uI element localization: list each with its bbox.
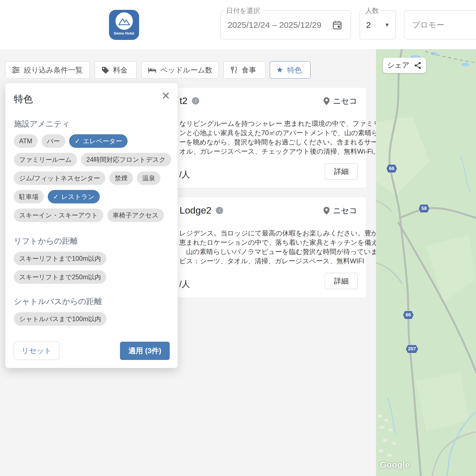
promo-field-text: プロモー bbox=[412, 20, 444, 30]
date-field-value: 2025/12/24 – 2025/12/29 bbox=[228, 20, 321, 30]
chip-row: 駐車場 ✓ レストラン bbox=[14, 190, 171, 203]
card-title-row: Lodge2 i bbox=[180, 205, 223, 216]
price-filter-button[interactable]: 料金 bbox=[95, 61, 137, 79]
location-label: ニセコ bbox=[333, 96, 357, 106]
property-description: なリビングルームを持つシャレー 恵まれた環境の中で、ファミリ ンと心地よい家具を… bbox=[179, 119, 380, 156]
chip-row: ATM バー ✓ エレベーター bbox=[14, 134, 171, 148]
chip-label: 駐車場 bbox=[19, 192, 38, 201]
chip-elevator[interactable]: ✓ エレベーター bbox=[69, 134, 127, 148]
description-line: ビス：シーツ、タオル、清掃、ガレージスペース、無料WIFI bbox=[179, 256, 378, 266]
shuttle-distance-heading: シャトルバスからの距離 bbox=[14, 296, 102, 307]
route-number: 66 bbox=[389, 166, 395, 171]
chip-label: バー bbox=[47, 137, 60, 146]
bed-icon bbox=[148, 66, 157, 74]
chip-row: スキーリフトまで250m以内 bbox=[14, 270, 171, 284]
property-description: レジデンス。当ロッジにて最高の休暇をお楽しみください。豊か 恵まれたロケーション… bbox=[179, 228, 378, 266]
filter-list-label: 絞り込み条件一覧 bbox=[24, 65, 83, 75]
chip-front-desk-24h[interactable]: 24時間対応フロントデスク bbox=[81, 153, 171, 166]
map-pin-icon bbox=[323, 97, 330, 106]
description-line: レジデンス。当ロッジにて最高の休暇をお楽しみください。豊か bbox=[179, 228, 378, 238]
map[interactable]: 66 58 66 207 シェア Google bbox=[376, 49, 476, 476]
chip-label: 禁煙 bbox=[115, 174, 128, 183]
features-filter-button[interactable]: ★ 特色 bbox=[270, 61, 310, 79]
sliders-icon bbox=[12, 66, 20, 74]
reset-button[interactable]: リセット bbox=[14, 342, 59, 360]
chip-label: シャトルバスまで100m以内 bbox=[19, 315, 101, 323]
guests-field-label: 人数 bbox=[363, 6, 381, 15]
chip-no-smoking[interactable]: 禁煙 bbox=[109, 171, 133, 185]
utensils-icon bbox=[230, 66, 238, 74]
bedrooms-filter-button[interactable]: ベッドルーム数 bbox=[141, 61, 219, 79]
mountain-logo-icon bbox=[115, 12, 133, 30]
card-title-row: t2 i bbox=[180, 95, 199, 106]
property-location: ニセコ bbox=[323, 205, 357, 216]
date-field-label: 日付を選択 bbox=[224, 6, 262, 15]
chip-ski-in-ski-out[interactable]: スキーイン・スキーアウト bbox=[14, 208, 103, 222]
chip-atm[interactable]: ATM bbox=[14, 134, 38, 148]
chip-lift-100m[interactable]: スキーリフトまで100m以内 bbox=[14, 252, 106, 265]
chip-row: ジム/フィットネスセンター 禁煙 温泉 bbox=[14, 171, 171, 185]
description-line: 恵まれたロケーションの中で、落ち着いた家具とキッチンを備え bbox=[179, 238, 378, 247]
property-title: t2 bbox=[180, 95, 187, 106]
chip-gym[interactable]: ジム/フィットネスセンター bbox=[14, 171, 105, 185]
route-number: 58 bbox=[421, 206, 427, 211]
shuttle-distance-chip-group: シャトルバスまで100m以内 bbox=[14, 312, 171, 331]
chip-label: スキーリフトまで100m以内 bbox=[19, 254, 101, 263]
page: Demo Hotel 日付を選択 2025/12/24 – 2025/12/29… bbox=[0, 0, 476, 476]
promo-code-field[interactable]: プロモー bbox=[404, 10, 476, 39]
price-filter-label: 料金 bbox=[113, 65, 128, 75]
description-line: なリビングルームを持つシャレー 恵まれた環境の中で、ファミリ bbox=[179, 119, 380, 128]
chip-lift-250m[interactable]: スキーリフトまで250m以内 bbox=[14, 270, 106, 284]
chip-label: スキーリフトまで250m以内 bbox=[19, 273, 101, 282]
chip-label: ファミリールーム bbox=[19, 155, 72, 164]
chip-restaurant[interactable]: ✓ レストラン bbox=[48, 190, 100, 203]
share-icon bbox=[414, 62, 422, 69]
check-icon: ✓ bbox=[74, 137, 80, 145]
features-filter-popup: 特色 ✕ 施設アメニティ ATM バー ✓ エレベーター ファミリールーム bbox=[5, 83, 178, 368]
chip-label: スキーイン・スキーアウト bbox=[19, 211, 98, 220]
share-label: シェア bbox=[387, 60, 410, 70]
lift-distance-chip-group: スキーリフトまで100m以内 スキーリフトまで250m以内 bbox=[14, 252, 171, 289]
description-line: ンと心地よい家具を設えた70㎡のアパートメントで、山の素晴ら bbox=[179, 128, 380, 137]
details-button[interactable]: 詳細 bbox=[325, 163, 358, 180]
share-button[interactable]: シェア bbox=[383, 58, 426, 73]
chip-label: ATM bbox=[19, 137, 32, 145]
close-icon[interactable]: ✕ bbox=[161, 90, 170, 101]
chip-label: エレベーター bbox=[83, 137, 122, 146]
bedrooms-filter-label: ベッドルーム数 bbox=[160, 65, 212, 75]
price-per-person: /人 bbox=[179, 169, 190, 180]
app-logo[interactable]: Demo Hotel bbox=[109, 10, 139, 40]
description-line: オル、ガレージスペース、チェックアウト後の清掃、無料Wi-Fi。 bbox=[179, 147, 380, 156]
meals-filter-button[interactable]: 食事 bbox=[223, 61, 266, 79]
chip-onsen[interactable]: 温泉 bbox=[137, 171, 160, 185]
star-icon: ★ bbox=[276, 66, 283, 74]
lift-distance-heading: リフトからの距離 bbox=[14, 236, 78, 246]
chip-family-room[interactable]: ファミリールーム bbox=[14, 153, 77, 166]
chip-label: 温泉 bbox=[142, 174, 155, 183]
calendar-icon bbox=[332, 20, 342, 30]
filter-list-button[interactable]: 絞り込み条件一覧 bbox=[5, 61, 90, 79]
header: Demo Hotel 日付を選択 2025/12/24 – 2025/12/29… bbox=[0, 0, 476, 49]
property-location: ニセコ bbox=[323, 96, 357, 106]
features-filter-label: 特色 bbox=[287, 65, 302, 75]
chip-row: スキーリフトまで100m以内 bbox=[14, 252, 171, 265]
chip-label: 24時間対応フロントデスク bbox=[86, 155, 166, 164]
chip-bar[interactable]: バー bbox=[42, 134, 65, 148]
info-icon[interactable]: i bbox=[192, 97, 199, 105]
chip-label: レストラン bbox=[61, 192, 94, 201]
route-number: 66 bbox=[406, 312, 411, 318]
date-range-field[interactable]: 日付を選択 2025/12/24 – 2025/12/29 bbox=[221, 10, 351, 39]
guests-field[interactable]: 人数 2 ▼ bbox=[360, 10, 396, 39]
apply-button[interactable]: 適用 (3件) bbox=[120, 342, 170, 360]
info-icon[interactable]: i bbox=[216, 207, 223, 214]
tag-icon bbox=[101, 66, 109, 74]
location-label: ニセコ bbox=[333, 205, 357, 216]
chip-shuttle-100m[interactable]: シャトルバスまで100m以内 bbox=[14, 312, 106, 326]
meals-filter-label: 食事 bbox=[242, 65, 256, 75]
chip-row: スキーイン・スキーアウト 車椅子アクセス bbox=[14, 208, 171, 222]
chip-wheelchair-access[interactable]: 車椅子アクセス bbox=[107, 208, 164, 222]
chip-parking[interactable]: 駐車場 bbox=[14, 190, 44, 203]
description-line: 山の素晴らしいパノラマビューを臨む贅沢な時間が待っていま bbox=[179, 247, 378, 256]
chevron-down-icon: ▼ bbox=[384, 22, 390, 28]
details-button[interactable]: 詳細 bbox=[325, 273, 358, 289]
